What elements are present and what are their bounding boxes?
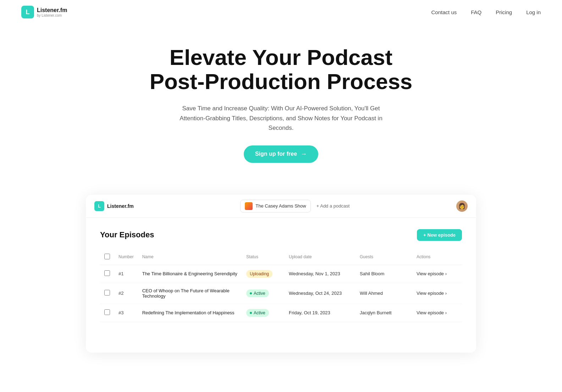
nav-logo: L Listener.fm by Listener.com <box>21 6 67 18</box>
app-nav: L Listener.fm The Casey Adams Show + Add… <box>86 195 476 218</box>
episode-date-3: Friday, Oct 19, 2023 <box>285 304 356 322</box>
app-preview: L Listener.fm The Casey Adams Show + Add… <box>86 195 476 353</box>
episodes-table: Number Name Status Upload date Guests Ac… <box>100 251 462 322</box>
episode-number-1: #1 <box>119 271 123 276</box>
signup-button[interactable]: Sign up for free → <box>244 145 318 163</box>
podcast-name: The Casey Adams Show <box>255 203 306 209</box>
table-header: Number Name Status Upload date Guests Ac… <box>100 251 462 265</box>
episode-status-3: Active <box>246 309 269 317</box>
logo-icon: L <box>21 6 34 18</box>
hero-section: Elevate Your Podcast Post-Production Pro… <box>0 24 562 177</box>
app-logo: L Listener.fm <box>94 201 134 211</box>
nav-login[interactable]: Log in <box>526 9 541 15</box>
podcast-thumbnail <box>245 202 253 210</box>
episode-name-3: Redefining The Implementation of Happine… <box>142 310 235 315</box>
app-logo-name: Listener.fm <box>107 203 134 209</box>
episode-number-2: #2 <box>119 291 123 296</box>
col-header-guests: Guests <box>356 251 412 265</box>
episode-status-1: Uploading <box>246 270 272 278</box>
episodes-title: Your Episodes <box>100 230 154 239</box>
logo-sub: by Listener.com <box>37 13 67 17</box>
col-header-name: Name <box>138 251 242 265</box>
episode-guests-1: Sahil Bloom <box>356 265 412 283</box>
row-checkbox-3[interactable] <box>104 309 110 315</box>
nav-links: Contact us FAQ Pricing Log in <box>431 9 541 15</box>
hero-subtitle: Save Time and Increase Quality: With Our… <box>175 104 387 133</box>
arrow-icon: → <box>301 150 307 158</box>
col-header-status: Status <box>242 251 285 265</box>
table-row: #3 Redefining The Implementation of Happ… <box>100 304 462 322</box>
select-all-checkbox[interactable] <box>104 254 110 259</box>
nav-pricing[interactable]: Pricing <box>496 9 512 15</box>
episode-status-2: Active <box>246 289 269 297</box>
table-row: #1 The Time Billionaire & Engineering Se… <box>100 265 462 283</box>
row-checkbox-2[interactable] <box>104 290 110 296</box>
user-avatar[interactable]: 👩 <box>456 200 468 212</box>
logo-name: Listener.fm <box>37 7 67 13</box>
main-nav: L Listener.fm by Listener.com Contact us… <box>0 0 562 24</box>
hero-title: Elevate Your Podcast Post-Production Pro… <box>14 45 548 94</box>
new-episode-button[interactable]: + New episode <box>417 229 462 241</box>
app-logo-icon: L <box>94 201 104 211</box>
episodes-list: #1 The Time Billionaire & Engineering Se… <box>100 265 462 322</box>
episode-name-1: The Time Billionaire & Engineering Seren… <box>142 271 237 276</box>
view-episode-button-1[interactable]: View episode › <box>417 271 458 276</box>
episode-name-2: CEO of Whoop on The Future of Wearable T… <box>142 288 230 299</box>
table-row: #2 CEO of Whoop on The Future of Wearabl… <box>100 283 462 304</box>
col-header-number: Number <box>114 251 138 265</box>
episodes-header: Your Episodes + New episode <box>100 229 462 241</box>
episode-number-3: #3 <box>119 310 123 315</box>
podcast-selector[interactable]: The Casey Adams Show <box>240 200 310 212</box>
app-content: Your Episodes + New episode Number Name … <box>86 218 476 353</box>
col-header-actions: Actions <box>412 251 462 265</box>
episode-guests-2: Will Ahmed <box>356 283 412 304</box>
add-podcast-button[interactable]: + Add a podcast <box>316 203 350 209</box>
episode-date-2: Wednesday, Oct 24, 2023 <box>285 283 356 304</box>
row-checkbox-1[interactable] <box>104 270 110 276</box>
view-episode-button-3[interactable]: View episode › <box>417 310 458 315</box>
nav-contact[interactable]: Contact us <box>431 9 457 15</box>
nav-faq[interactable]: FAQ <box>471 9 481 15</box>
episode-date-1: Wednesday, Nov 1, 2023 <box>285 265 356 283</box>
col-header-date: Upload date <box>285 251 356 265</box>
view-episode-button-2[interactable]: View episode › <box>417 291 458 296</box>
episode-guests-3: Jacqlyn Burnett <box>356 304 412 322</box>
